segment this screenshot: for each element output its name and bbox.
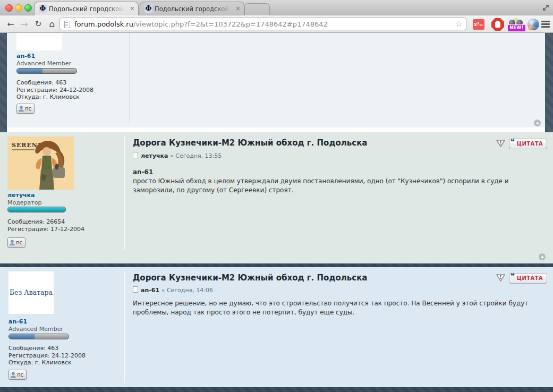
pm-label: пс [17, 372, 23, 378]
person-icon [11, 372, 16, 378]
stat-line: Сообщения: 463 [8, 345, 86, 352]
post-body-text: Интересное решение, но не думаю, что это… [133, 299, 530, 317]
back-to-top-icon[interactable] [539, 253, 546, 260]
home-icon[interactable]: ⌂ [46, 18, 58, 30]
new-badge: NEW! [507, 24, 526, 32]
tab-close-icon[interactable]: × [235, 5, 241, 12]
post-page-icon [133, 286, 138, 293]
back-icon[interactable]: ← [4, 18, 17, 30]
svg-text:!: ! [499, 140, 501, 146]
post-subject-link[interactable]: Дорога Кузнечики-М2 Южный обход г. Подол… [133, 138, 367, 148]
quote-marks-icon: ❝ [511, 272, 515, 280]
user-rank: Advanced Member [16, 60, 71, 67]
stat-line: Регистрация: 17-12-2004 [7, 226, 84, 233]
post-meta: an-61 » Сегодня, 14:06 [133, 286, 213, 294]
post-2: SERENITY летучка Модератор Сообщения: 26… [0, 132, 553, 263]
tab-close-icon[interactable]: × [130, 5, 135, 12]
post-page-icon [133, 152, 138, 158]
profile-separator [129, 33, 130, 123]
pm-label: пс [16, 240, 22, 245]
quote-button[interactable]: ❝ЦИТАТА [509, 273, 547, 284]
username-link[interactable]: летучка [7, 192, 35, 199]
new-tab-button[interactable] [244, 3, 270, 15]
username-link[interactable]: an-61 [8, 318, 27, 325]
browser-window: Ф Подольский городской ФО × Ф Подольский… [0, 0, 553, 392]
rank-bar [7, 207, 66, 212]
profile-separator [124, 137, 125, 250]
stat-line: Регистрация: 24-12-2008 [8, 352, 86, 360]
svg-text:!: ! [499, 275, 501, 280]
quoted-username: an-61 [133, 168, 153, 176]
forward-icon[interactable]: → [18, 18, 31, 30]
fullscreen-icon[interactable] [542, 4, 550, 12]
adblock-stop-hand-icon[interactable] [491, 18, 504, 31]
tab-title: Подольский городской ФО [49, 5, 126, 13]
url-host: forum.podolsk.ru [74, 20, 133, 28]
tab-favicon: Ф [144, 5, 152, 13]
quote-marks-icon: ❝ [511, 138, 515, 146]
post-time: Сегодня, 14:06 [167, 287, 213, 294]
tab-favicon: Ф [39, 5, 47, 13]
url-path: /viewtopic.php?f=2&t=103722&p=1748642#p1… [133, 20, 328, 28]
post-3: Без Аватара an-61 Advanced Member Сообще… [0, 267, 553, 387]
page-bottom-bar [0, 387, 553, 392]
post-1-panel: an-61 Advanced Member Сообщения: 463 Рег… [7, 33, 545, 132]
profile-stats: Сообщения: 26654 Регистрация: 17-12-2004 [7, 218, 84, 233]
stat-line: Регистрация: 24-12-2008 [16, 87, 93, 94]
panel-bottom-edge [7, 127, 545, 132]
pm-label: пс [25, 106, 31, 112]
stat-line: Откуда: г. Климовск [8, 359, 86, 367]
user-rank: Advanced Member [8, 326, 63, 333]
avatar [16, 33, 62, 50]
window-zoom-button[interactable] [24, 4, 32, 12]
person-icon [10, 240, 15, 245]
user-rank: Модератор [7, 199, 41, 206]
post-author-link[interactable]: летучка [141, 152, 168, 159]
report-post-icon[interactable]: ! [496, 139, 506, 148]
browser-tab-1[interactable]: Ф Подольский городской ФО × [34, 2, 139, 15]
window-minimize-button[interactable] [15, 4, 22, 12]
window-close-button[interactable] [5, 4, 13, 12]
meta-separator: » [170, 152, 174, 159]
reload-icon[interactable]: ↻ [32, 18, 45, 30]
post-divider-bar [0, 263, 553, 267]
post-body-text: просто Южный обход в целом утверждали дв… [133, 177, 530, 195]
address-bar[interactable]: forum.podolsk.ru/viewtopic.php?f=2&t=103… [59, 18, 466, 30]
profile-separator [124, 271, 125, 383]
orb-extension-icon[interactable] [528, 19, 539, 30]
forum-page: an-61 Advanced Member Сообщения: 463 Рег… [0, 33, 553, 392]
private-message-button[interactable]: пс [7, 237, 25, 248]
stat-line: Откуда: г. Климовск [16, 93, 93, 101]
bookmark-star-icon[interactable]: ☆ [455, 20, 462, 28]
private-message-button[interactable]: пс [16, 104, 35, 114]
tab-title: Подольский городской ФО [155, 5, 232, 13]
private-message-button[interactable]: пс [8, 370, 27, 380]
stat-line: Сообщения: 463 [16, 79, 93, 87]
browser-tab-2[interactable]: Ф Подольский городской ФО × [140, 2, 244, 15]
back-to-top-icon[interactable] [534, 120, 541, 126]
post-1: an-61 Advanced Member Сообщения: 463 Рег… [0, 33, 553, 132]
profile-stats: Сообщения: 463 Регистрация: 24-12-2008 О… [8, 345, 86, 367]
avatar-placeholder: Без Аватара [8, 271, 54, 314]
post-meta: летучка » Сегодня, 13:55 [133, 152, 222, 159]
rank-bar [8, 334, 69, 339]
flash-icon [514, 18, 518, 21]
math-extension-icon[interactable]: x²= [473, 19, 484, 30]
rank-bar [16, 68, 77, 74]
quote-button[interactable]: ❝ЦИТАТА [509, 139, 547, 149]
page-icon [64, 21, 70, 28]
post-subject-link[interactable]: Дорога Кузнечики-М2 Южный обход г. Подол… [133, 273, 367, 283]
meta-separator: » [161, 287, 165, 294]
url-text[interactable]: forum.podolsk.ru/viewtopic.php?f=2&t=103… [74, 20, 328, 28]
tab-strip: Ф Подольский городской ФО × Ф Подольский… [0, 0, 553, 15]
post-author-link[interactable]: an-61 [141, 287, 159, 294]
quote-button-label: ЦИТАТА [517, 275, 543, 281]
username-link[interactable]: an-61 [16, 53, 35, 59]
stat-line: Сообщения: 26654 [7, 218, 84, 226]
profile-stats: Сообщения: 463 Регистрация: 24-12-2008 О… [16, 79, 93, 101]
report-post-icon[interactable]: ! [496, 274, 506, 282]
browser-toolbar: ← → ↻ ⌂ forum.podolsk.ru/viewtopic.php?f… [0, 15, 553, 33]
quote-button-label: ЦИТАТА [517, 141, 543, 147]
browser-menu-icon[interactable] [541, 21, 550, 28]
post-time: Сегодня, 13:55 [175, 152, 222, 159]
